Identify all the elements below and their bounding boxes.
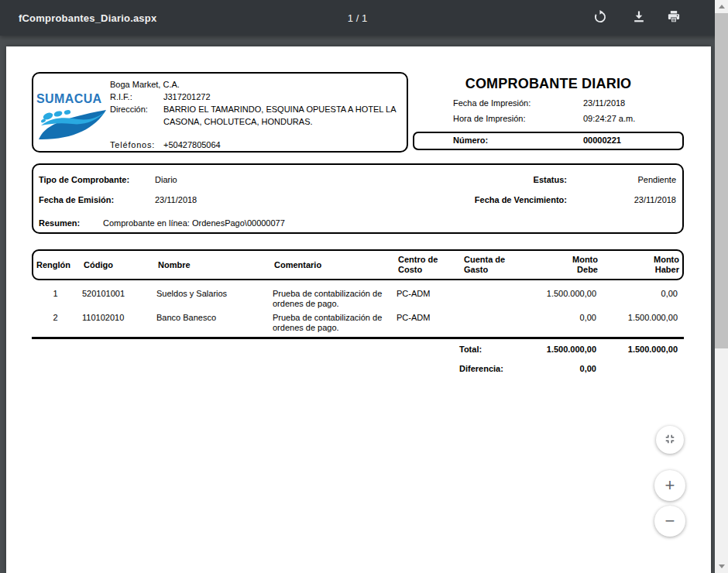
fecha-emision-label: Fecha de Emisión:: [39, 195, 114, 204]
tipo-comprobante-value: Diario: [155, 175, 177, 184]
total-debe: 1.500.000,00: [525, 345, 596, 355]
rif-value: J317201272: [163, 91, 397, 103]
minus-icon: −: [665, 511, 675, 531]
plus-icon: +: [665, 475, 675, 496]
diferencia-label: Diferencia:: [459, 364, 525, 374]
numero-box: Número: 00000221: [413, 132, 684, 150]
fecha-vencimiento-label: Fecha de Vencimiento:: [475, 195, 567, 204]
print-button[interactable]: [664, 9, 683, 27]
fit-to-page-button[interactable]: [656, 426, 684, 454]
header-cuenta-gasto: Cuenta deGasto: [461, 251, 527, 279]
diferencia-row: Diferencia: 0,00: [32, 364, 684, 374]
entries-table: Renglón Código Nombre Comentario Centro …: [32, 249, 684, 374]
zoom-in-button[interactable]: +: [654, 470, 685, 501]
pdf-toolbar: fComprobantes_Diario.aspx 1 / 1: [0, 0, 728, 36]
numero-value: 00000221: [583, 136, 621, 145]
header-nombre: Nombre: [155, 251, 271, 279]
tipo-comprobante-label: Tipo de Comprobante:: [39, 175, 129, 184]
rotate-button[interactable]: [591, 9, 610, 27]
table-row: 1 520101001 Sueldos y Salarios Prueba de…: [32, 287, 684, 311]
total-haber: 1.500.000,00: [596, 345, 684, 355]
telefonos-row: Teléfonos: +50427805064: [110, 139, 397, 151]
scrollbar-thumb[interactable]: [715, 13, 728, 348]
sumacua-wave-logo-icon: [38, 108, 108, 143]
header-codigo: Código: [81, 251, 155, 279]
direccion-line1: BARRIO EL TAMARINDO, ESQUINA OPUESTA A H…: [163, 103, 397, 115]
pdf-viewer-area: SUMACUA Boga Market, C.A. R.I.F.: J317: [0, 36, 715, 573]
header-renglon: Renglón: [33, 251, 81, 279]
diferencia-value: 0,00: [525, 364, 596, 374]
company-fields: Boga Market, C.A. R.I.F.: J317201272 Dir…: [110, 78, 397, 151]
vertical-scrollbar[interactable]: [715, 0, 728, 573]
scroll-down-button[interactable]: [715, 560, 728, 573]
hora-impresion-label: Hora de Impresión:: [453, 114, 526, 123]
rif-row: R.I.F.: J317201272: [110, 91, 397, 103]
header-centro-costo: Centro deCosto: [395, 251, 461, 279]
download-button[interactable]: [630, 9, 648, 27]
print-icon: [666, 9, 682, 27]
zoom-out-button[interactable]: −: [654, 506, 685, 537]
company-info-box: SUMACUA Boga Market, C.A. R.I.F.: J317: [32, 72, 408, 153]
rif-label: R.I.F.:: [110, 91, 163, 103]
total-label: Total:: [459, 345, 525, 355]
header-comentario: Comentario: [271, 251, 395, 279]
download-icon: [631, 9, 647, 27]
table-row: 2 110102010 Banco Banesco Prueba de cont…: [32, 311, 684, 335]
scroll-up-icon: [719, 5, 725, 9]
table-header-row: Renglón Código Nombre Comentario Centro …: [32, 249, 684, 280]
table-body: 1 520101001 Sueldos y Salarios Prueba de…: [32, 287, 684, 339]
fecha-impresion-value: 23/11/2018: [583, 98, 625, 108]
header-monto-debe: MontoDebe: [527, 251, 598, 279]
direccion-row2: CASONA, CHOLUTECA, HONDURAS.: [110, 115, 397, 128]
resumen-label: Resumen:: [39, 218, 80, 228]
fit-to-page-icon: [663, 432, 677, 448]
fecha-vencimiento-value: 23/11/2018: [634, 195, 676, 204]
estatus-value: Pendiente: [637, 175, 676, 184]
direccion-row: Dirección: BARRIO EL TAMARINDO, ESQUINA …: [110, 103, 397, 115]
fecha-impresion-label: Fecha de Impresión:: [453, 98, 531, 108]
direccion-label: Dirección:: [110, 103, 163, 115]
total-row: Total: 1.500.000,00 1.500.000,00: [32, 345, 684, 355]
direccion-line2: CASONA, CHOLUTECA, HONDURAS.: [163, 115, 397, 128]
sumacua-logo-text: SUMACUA: [36, 92, 102, 106]
company-name: Boga Market, C.A.: [110, 78, 397, 91]
scroll-down-icon: [719, 564, 725, 568]
header-monto-haber: MontoHaber: [598, 251, 685, 279]
telefonos-value: +50427805064: [163, 139, 397, 151]
fecha-emision-value: 23/11/2018: [155, 195, 197, 204]
company-name-row: Boga Market, C.A.: [110, 78, 397, 91]
scroll-up-button[interactable]: [715, 0, 728, 13]
numero-label: Número:: [453, 136, 488, 145]
voucher-info-box: Tipo de Comprobante: Diario Estatus: Pen…: [32, 163, 684, 234]
hora-impresion-value: 09:24:27 a.m.: [583, 114, 635, 123]
report-header: COMPROBANTE DIARIO Fecha de Impresión: 2…: [413, 72, 684, 149]
resumen-value: Comprobante en línea: OrdenesPago\000000…: [103, 218, 285, 228]
rotate-clockwise-icon: [592, 9, 608, 27]
estatus-label: Estatus:: [534, 175, 567, 184]
document-page: SUMACUA Boga Market, C.A. R.I.F.: J317: [6, 46, 711, 573]
report-title: COMPROBANTE DIARIO: [413, 76, 684, 92]
telefonos-label: Teléfonos:: [110, 139, 163, 151]
